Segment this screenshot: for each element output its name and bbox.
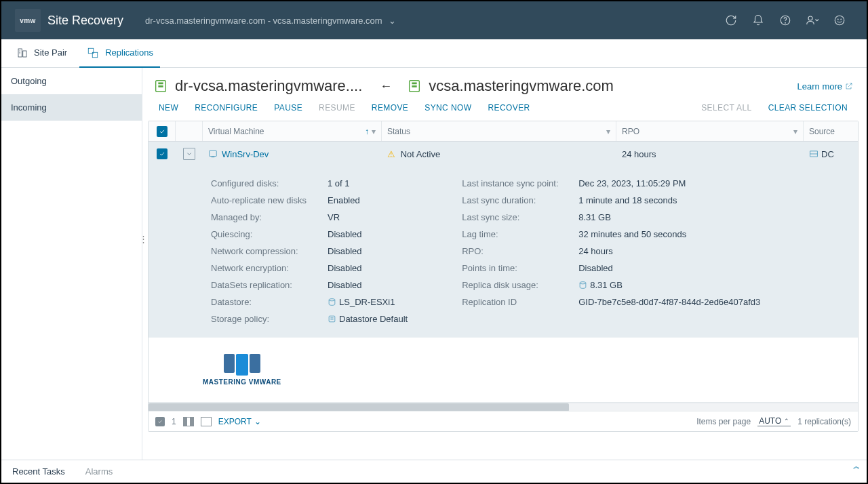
column-header-vm[interactable]: Virtual Machine ↑▾ bbox=[203, 121, 382, 141]
filter-icon[interactable]: ▾ bbox=[372, 127, 376, 136]
action-recover[interactable]: RECOVER bbox=[488, 103, 530, 113]
table-row[interactable]: WinSrv-Dev ⚠ Not Active 24 hours DC bbox=[149, 142, 858, 166]
user-menu[interactable] bbox=[799, 7, 826, 34]
rpo-text: 24 hours bbox=[616, 149, 804, 159]
svg-rect-19 bbox=[329, 316, 335, 322]
detail-datasets: Disabled bbox=[328, 280, 408, 290]
detail-storage-policy[interactable]: Datastore Default bbox=[328, 314, 408, 324]
replications-icon bbox=[86, 47, 100, 59]
tab-replications-label: Replications bbox=[105, 47, 153, 58]
svg-rect-16 bbox=[210, 150, 217, 156]
row-details: Configured disks: 1 of 1 Auto-replicate … bbox=[149, 166, 858, 338]
export-label: EXPORT bbox=[218, 417, 252, 426]
column-header-rpo[interactable]: RPO ▾ bbox=[616, 121, 804, 141]
building-icon bbox=[16, 47, 28, 59]
svg-point-18 bbox=[329, 299, 335, 301]
tab-recent-tasks[interactable]: Recent Tasks bbox=[12, 466, 65, 477]
column-header-status[interactable]: Status ▾ bbox=[382, 121, 616, 141]
tab-replications[interactable]: Replications bbox=[79, 39, 160, 68]
columns-toggle-icon[interactable] bbox=[183, 417, 194, 426]
column-header-checkbox[interactable] bbox=[149, 121, 176, 141]
action-select-all: SELECT ALL bbox=[701, 103, 752, 113]
refresh-icon[interactable] bbox=[717, 7, 745, 34]
detail-rpo-label: RPO: bbox=[462, 246, 570, 256]
detail-replication-id-label: Replication ID bbox=[462, 297, 570, 307]
vcenter-icon bbox=[407, 79, 422, 94]
detail-replication-id: GID-7be7c5e8-d0d7-4f87-844d-2ed6e407afd3 bbox=[578, 297, 760, 307]
column-header-status-label: Status bbox=[387, 127, 410, 136]
vcenter-icon bbox=[153, 79, 168, 94]
row-expander[interactable] bbox=[183, 148, 195, 160]
action-clear-selection[interactable]: CLEAR SELECTION bbox=[768, 103, 848, 113]
items-per-page-label: Items per page bbox=[696, 417, 751, 426]
svg-point-5 bbox=[841, 19, 842, 20]
source-site-title: dr-vcsa.masteringvmware.... bbox=[175, 77, 362, 95]
tab-alarms[interactable]: Alarms bbox=[85, 466, 113, 477]
detail-storage-policy-label: Storage policy: bbox=[211, 314, 319, 324]
svg-rect-15 bbox=[412, 85, 417, 87]
detail-lag: 32 minutes and 50 seconds bbox=[578, 229, 760, 239]
detail-last-duration: 1 minute and 18 seconds bbox=[578, 195, 760, 205]
chevron-down-icon: ⌄ bbox=[389, 16, 396, 26]
detail-auto-replicate-label: Auto-replicate new disks bbox=[211, 195, 319, 205]
action-resume: RESUME bbox=[319, 103, 355, 113]
tab-site-pair-label: Site Pair bbox=[34, 47, 67, 58]
action-pause[interactable]: PAUSE bbox=[274, 103, 302, 113]
detail-managed-by-label: Managed by: bbox=[211, 212, 319, 222]
items-per-page-selector[interactable]: AUTO⌃ bbox=[757, 416, 791, 426]
site-pair-label: dr-vcsa.masteringvmware.com - vcsa.maste… bbox=[145, 16, 382, 26]
detail-network-encryption: Disabled bbox=[328, 263, 408, 273]
action-new[interactable]: NEW bbox=[159, 103, 178, 113]
status-text: Not Active bbox=[401, 149, 441, 159]
detail-last-sync: Dec 23, 2023, 11:05:29 PM bbox=[578, 178, 760, 188]
action-remove[interactable]: REMOVE bbox=[372, 103, 408, 113]
detail-lag-label: Lag time: bbox=[462, 229, 570, 239]
detail-datastore-label: Datastore: bbox=[211, 297, 319, 307]
svg-point-1 bbox=[785, 22, 786, 23]
export-button[interactable]: EXPORT⌄ bbox=[218, 417, 261, 426]
vm-name-text: WinSrv-Dev bbox=[222, 149, 269, 159]
external-link-icon bbox=[845, 82, 853, 90]
detail-last-sync-label: Last instance sync point: bbox=[462, 178, 570, 188]
vm-name-link[interactable]: WinSrv-Dev bbox=[208, 149, 376, 159]
filter-icon[interactable]: ▾ bbox=[793, 127, 797, 136]
layout-toggle-icon[interactable] bbox=[201, 417, 212, 426]
detail-pit: Disabled bbox=[578, 263, 760, 273]
detail-datastore[interactable]: LS_DR-ESXi1 bbox=[328, 297, 408, 307]
svg-point-4 bbox=[837, 19, 838, 20]
learn-more-label: Learn more bbox=[797, 81, 842, 92]
learn-more-link[interactable]: Learn more bbox=[797, 81, 853, 92]
warning-icon: ⚠ bbox=[387, 149, 395, 159]
horizontal-scrollbar[interactable] bbox=[149, 403, 858, 411]
filter-icon[interactable]: ▾ bbox=[606, 127, 610, 136]
row-checkbox[interactable] bbox=[157, 148, 167, 159]
action-sync-now[interactable]: SYNC NOW bbox=[425, 103, 471, 113]
vmware-logo: vmw bbox=[15, 9, 41, 32]
sort-asc-icon[interactable]: ↑ bbox=[365, 127, 369, 136]
detail-rpo: 24 hours bbox=[578, 246, 760, 256]
collapse-panel-icon[interactable]: ︽ bbox=[853, 462, 860, 471]
chevron-up-icon: ⌃ bbox=[784, 418, 789, 424]
splitter-handle[interactable]: ⋮ bbox=[141, 230, 145, 247]
column-header-source[interactable]: Source bbox=[804, 121, 858, 141]
target-site-title: vcsa.masteringvmware.com bbox=[429, 77, 614, 95]
detail-network-encryption-label: Network encryption: bbox=[211, 263, 319, 273]
vm-icon bbox=[208, 149, 218, 159]
help-icon[interactable] bbox=[772, 7, 799, 34]
tab-site-pair[interactable]: Site Pair bbox=[9, 39, 74, 68]
sidebar-item-incoming[interactable]: Incoming bbox=[1, 94, 142, 121]
svg-point-2 bbox=[808, 16, 812, 20]
svg-rect-6 bbox=[18, 49, 22, 57]
svg-rect-11 bbox=[158, 83, 163, 85]
items-per-page-value: AUTO bbox=[759, 416, 781, 426]
column-header-expander bbox=[176, 121, 203, 141]
site-pair-selector[interactable]: dr-vcsa.masteringvmware.com - vcsa.maste… bbox=[145, 16, 396, 26]
action-reconfigure[interactable]: RECONFIGURE bbox=[195, 103, 258, 113]
bell-icon[interactable] bbox=[745, 7, 772, 34]
detail-disk-usage[interactable]: 8.31 GB bbox=[578, 280, 760, 290]
svg-rect-14 bbox=[412, 83, 417, 85]
detail-auto-replicate: Enabled bbox=[328, 195, 408, 205]
sidebar-item-outgoing[interactable]: Outgoing bbox=[1, 68, 142, 94]
smile-icon[interactable] bbox=[826, 7, 853, 34]
footer-selected-count: 1 bbox=[172, 417, 176, 426]
